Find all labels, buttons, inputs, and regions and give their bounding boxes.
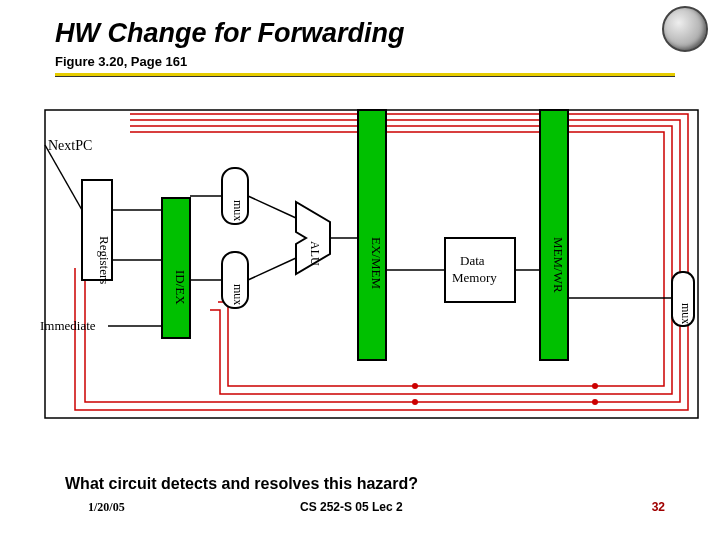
svg-rect-1 — [162, 198, 190, 338]
svg-point-10 — [592, 383, 598, 389]
course-code: CS 252-S 05 Lec 2 — [300, 500, 403, 514]
svg-rect-3 — [540, 110, 568, 360]
registers-label: Registers — [97, 236, 112, 284]
idex-label: ID/EX — [173, 270, 188, 305]
mux3-label: mux — [679, 303, 693, 324]
svg-line-24 — [45, 145, 82, 210]
alu-label: ALU — [308, 241, 322, 266]
immediate-label: Immediate — [40, 318, 96, 333]
mux1-label: mux — [231, 200, 245, 221]
slide-title: HW Change for Forwarding — [55, 18, 404, 49]
seal-icon — [662, 6, 708, 52]
datamem-label-1: Data — [460, 253, 485, 268]
exmem-label: EX/MEM — [369, 237, 384, 289]
slide-number: 32 — [652, 500, 665, 514]
forwarding-diagram: NextPC Registers ID/EX mux mux ALU EX/ME… — [0, 90, 720, 430]
datamem-label-2: Memory — [452, 270, 497, 285]
slide-date: 1/20/05 — [88, 500, 125, 515]
memwr-label: MEM/WR — [551, 237, 566, 293]
title-rule — [55, 73, 675, 77]
svg-point-9 — [412, 383, 418, 389]
svg-point-12 — [412, 399, 418, 405]
question-text: What circuit detects and resolves this h… — [65, 475, 418, 493]
svg-line-17 — [248, 196, 296, 218]
slide-subtitle: Figure 3.20, Page 161 — [55, 54, 187, 69]
nextpc-label: NextPC — [48, 138, 92, 153]
svg-rect-2 — [358, 110, 386, 360]
mux2-label: mux — [231, 284, 245, 305]
svg-line-18 — [248, 258, 296, 280]
svg-point-11 — [592, 399, 598, 405]
